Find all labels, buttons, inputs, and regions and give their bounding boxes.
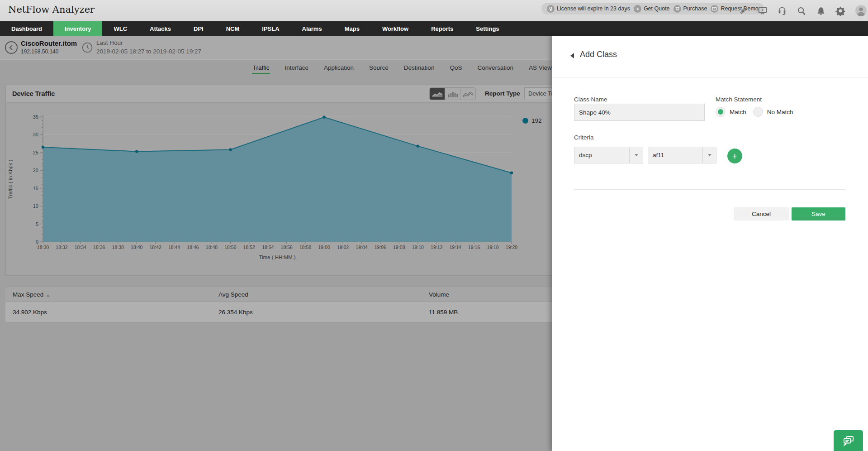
radio-match[interactable]: Match: [716, 107, 746, 117]
class-name-label: Class Name: [574, 96, 607, 103]
gear-icon[interactable]: [835, 6, 845, 16]
add-class-panel: Add Class Class Name Match Statement Mat…: [552, 36, 868, 451]
nav-item-ncm[interactable]: NCM: [215, 21, 251, 36]
chevron-down-icon: [702, 147, 716, 163]
notice-dollar[interactable]: $Get Quote: [634, 5, 670, 13]
divider: [574, 189, 845, 190]
add-criteria-button[interactable]: +: [727, 149, 742, 163]
match-statement-radios: MatchNo Match: [716, 107, 793, 117]
header-action-icons: [738, 0, 867, 21]
radio-circle: [716, 107, 726, 117]
notice-label: License will expire in 23 days: [557, 5, 630, 12]
criteria-field-value: dscp: [579, 152, 592, 158]
search-icon[interactable]: [797, 6, 806, 16]
nav-item-workflow[interactable]: Workflow: [371, 21, 420, 36]
svg-text:$: $: [636, 7, 639, 11]
panel-heading: Add Class: [580, 50, 617, 59]
nav-item-dpi[interactable]: DPI: [182, 21, 215, 36]
nav-item-attacks[interactable]: Attacks: [138, 21, 182, 36]
criteria-value-select[interactable]: af11: [648, 147, 716, 163]
match-statement-label: Match Statement: [716, 96, 762, 103]
nav-item-dashboard[interactable]: Dashboard: [0, 21, 53, 36]
rocket-icon[interactable]: [738, 6, 748, 16]
nav-item-wlc[interactable]: WLC: [102, 21, 138, 36]
license-pill: License will expire in 23 days$Get Quote…: [541, 3, 764, 14]
notice-label: Purchase: [683, 5, 707, 12]
nav-item-ipsla[interactable]: IPSLA: [251, 21, 290, 36]
presentation-icon[interactable]: [758, 6, 768, 16]
criteria-label: Criteria: [574, 134, 594, 141]
save-button[interactable]: Save: [792, 207, 845, 221]
dollar-icon: $: [634, 5, 641, 13]
notice-cart[interactable]: Purchase: [674, 5, 707, 13]
class-name-input[interactable]: [574, 104, 705, 121]
chevron-down-icon: [629, 147, 643, 163]
bell-icon[interactable]: [816, 6, 826, 16]
headset-icon[interactable]: [777, 6, 787, 16]
main-nav: DashboardInventoryWLCAttacksDPINCMIPSLAA…: [0, 21, 868, 36]
criteria-field-select[interactable]: dscp: [574, 147, 643, 163]
chat-button[interactable]: [834, 430, 863, 451]
add-class-panel-header: Add Class: [552, 36, 868, 78]
nav-item-reports[interactable]: Reports: [420, 21, 465, 36]
nav-item-inventory[interactable]: Inventory: [53, 21, 103, 36]
app-title: NetFlow Analyzer: [8, 4, 95, 15]
cart-icon: [674, 5, 681, 13]
avatar[interactable]: [855, 5, 867, 17]
criteria-value-value: af11: [653, 152, 664, 158]
radio-label: Match: [730, 109, 746, 115]
radio-no-match[interactable]: No Match: [753, 107, 793, 117]
demo-screen-icon: [711, 5, 718, 13]
notice-label: Get Quote: [644, 5, 670, 12]
radio-circle: [753, 107, 763, 117]
app-header: NetFlow Analyzer License will expire in …: [0, 0, 868, 21]
nav-item-alarms[interactable]: Alarms: [291, 21, 333, 36]
radio-label: No Match: [767, 109, 793, 115]
nav-item-maps[interactable]: Maps: [333, 21, 371, 36]
license-badge-icon: [547, 5, 555, 13]
notice-license-badge[interactable]: License will expire in 23 days: [547, 5, 630, 13]
cancel-button[interactable]: Cancel: [734, 207, 789, 221]
nav-item-settings[interactable]: Settings: [465, 21, 510, 36]
panel-back-icon[interactable]: [570, 53, 574, 58]
